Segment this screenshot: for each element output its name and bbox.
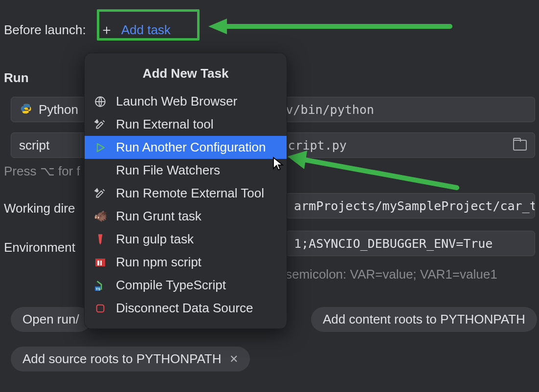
interpreter-select[interactable]: Python (11, 97, 87, 122)
menu-item-label: Disconnect Data Source (116, 301, 253, 316)
add-task-popup: Add New Task Launch Web BrowserRun Exter… (84, 53, 287, 329)
env-value: 1;ASYNCIO_DEBUGGER_ENV=True (294, 237, 493, 251)
menu-item-label: Compile TypeScript (116, 278, 226, 293)
chip-row-1b: Add content roots to PYTHONPATH (311, 307, 537, 332)
menu-item-run-npm-script[interactable]: Run npm script (85, 251, 287, 274)
svg-rect-4 (97, 261, 99, 265)
env-input[interactable]: 1;ASYNCIO_DEBUGGER_ENV=True (286, 231, 535, 256)
menu-item-label: Run Another Configuration (116, 140, 266, 155)
plus-icon: ＋ (100, 21, 113, 39)
menu-item-launch-web-browser[interactable]: Launch Web Browser (85, 90, 287, 113)
menu-item-run-remote-external-tool[interactable]: Run Remote External Tool (85, 182, 287, 205)
svg-rect-5 (100, 261, 102, 265)
npm-icon (93, 256, 107, 269)
grunt-icon: 🐗 (93, 210, 107, 223)
source-roots-chip[interactable]: Add source roots to PYTHONPATH ✕ (11, 347, 250, 371)
python-icon (19, 103, 33, 116)
env-hint: semicolon: VAR=value; VAR1=value1 (286, 267, 497, 282)
menu-item-run-gulp-task[interactable]: Run gulp task (85, 228, 287, 251)
source-roots-chip-label: Add source roots to PYTHONPATH (22, 351, 222, 367)
tools-icon (93, 118, 107, 131)
menu-item-label: Run Grunt task (116, 209, 202, 224)
menu-item-label: Run File Watchers (116, 163, 220, 178)
ts-icon: TS (93, 279, 107, 292)
menu-item-label: Run gulp task (116, 232, 194, 247)
menu-item-run-file-watchers[interactable]: Run File Watchers (85, 159, 287, 182)
open-run-chip[interactable]: Open run/ (11, 307, 91, 332)
content-roots-chip[interactable]: Add content roots to PYTHONPATH (311, 307, 537, 332)
chip-row-2: Add source roots to PYTHONPATH ✕ (11, 347, 250, 371)
svg-text:TS: TS (96, 286, 101, 291)
workdir-value: armProjects/mySampleProject/car_tests (294, 199, 535, 213)
svg-line-11 (302, 159, 457, 188)
alt-hint: Press ⌥ for f (4, 164, 80, 179)
script-badge-label: script (19, 138, 49, 153)
popup-title: Add New Task (85, 60, 287, 90)
menu-item-run-grunt-task[interactable]: 🐗Run Grunt task (85, 205, 287, 228)
folder-icon[interactable] (513, 140, 527, 151)
workdir-input[interactable]: armProjects/mySampleProject/car_tests (286, 193, 535, 218)
menu-item-compile-typescript[interactable]: TSCompile TypeScript (85, 274, 287, 297)
content-roots-chip-label: Add content roots to PYTHONPATH (323, 312, 525, 327)
menu-item-run-another-configuration[interactable]: Run Another Configuration (85, 136, 287, 159)
db-icon (93, 302, 107, 315)
run-section-header: Run (4, 70, 29, 86)
none-icon (93, 164, 107, 177)
add-task-button[interactable]: ＋ Add task (93, 19, 178, 41)
menu-item-run-external-tool[interactable]: Run External tool (85, 113, 287, 136)
before-launch-row: Before launch: ＋ Add task (4, 19, 178, 41)
menu-item-label: Run External tool (116, 117, 213, 132)
workdir-label: Working dire (4, 201, 75, 216)
play-icon (93, 141, 107, 154)
svg-point-1 (27, 113, 28, 114)
before-launch-label: Before launch: (4, 22, 86, 38)
open-run-chip-label: Open run/ (22, 312, 79, 327)
script-select[interactable]: script (11, 132, 81, 158)
svg-marker-10 (208, 19, 227, 34)
interpreter-badge-label: Python (39, 102, 78, 117)
chip-row-1: Open run/ (11, 307, 91, 332)
tools-icon (93, 187, 107, 200)
add-task-label: Add task (121, 22, 171, 38)
menu-item-label: Run Remote External Tool (116, 186, 264, 201)
menu-item-disconnect-data-source[interactable]: Disconnect Data Source (85, 297, 287, 320)
close-icon[interactable]: ✕ (229, 353, 238, 366)
gulp-icon (93, 233, 107, 246)
menu-item-label: Run npm script (116, 255, 202, 270)
env-label: Environment (4, 240, 75, 255)
globe-icon (93, 95, 107, 109)
menu-item-label: Launch Web Browser (116, 94, 237, 109)
svg-rect-8 (97, 305, 104, 312)
annotation-arrow (205, 17, 455, 36)
